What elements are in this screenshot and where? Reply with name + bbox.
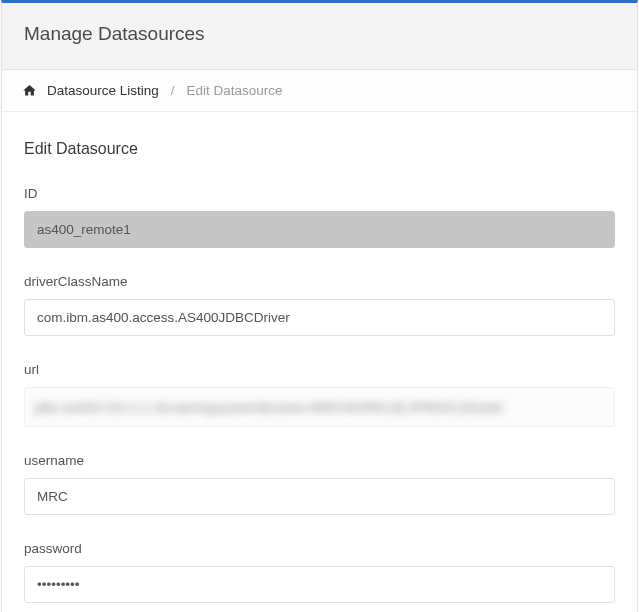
breadcrumb-separator: / bbox=[171, 83, 175, 98]
input-url-obscured-text: jdbc:as400://10.1.1.18;namingsystemlibra… bbox=[35, 400, 502, 415]
page-title: Manage Datasources bbox=[24, 23, 615, 45]
breadcrumb: Datasource Listing / Edit Datasource bbox=[2, 70, 637, 112]
label-driver-class-name: driverClassName bbox=[24, 274, 615, 289]
breadcrumb-link-listing[interactable]: Datasource Listing bbox=[47, 83, 159, 98]
breadcrumb-current: Edit Datasource bbox=[187, 83, 283, 98]
home-icon[interactable] bbox=[22, 83, 37, 98]
label-password: password bbox=[24, 541, 615, 556]
field-username: username bbox=[24, 453, 615, 515]
field-url: url jdbc:as400://10.1.1.18;namingsysteml… bbox=[24, 362, 615, 427]
label-username: username bbox=[24, 453, 615, 468]
field-password: password bbox=[24, 541, 615, 603]
input-username[interactable] bbox=[24, 478, 615, 515]
label-url: url bbox=[24, 362, 615, 377]
label-id: ID bbox=[24, 186, 615, 201]
input-driver-class-name[interactable] bbox=[24, 299, 615, 336]
input-password[interactable] bbox=[24, 566, 615, 603]
input-id bbox=[24, 211, 615, 248]
field-driver-class-name: driverClassName bbox=[24, 274, 615, 336]
field-id: ID bbox=[24, 186, 615, 248]
form-title: Edit Datasource bbox=[24, 140, 615, 158]
input-url[interactable]: jdbc:as400://10.1.1.18;namingsystemlibra… bbox=[24, 387, 615, 427]
panel-header: Manage Datasources bbox=[2, 3, 637, 70]
manage-datasources-panel: Manage Datasources Datasource Listing / … bbox=[1, 0, 638, 612]
form-content: Edit Datasource ID driverClassName url j… bbox=[2, 112, 637, 612]
